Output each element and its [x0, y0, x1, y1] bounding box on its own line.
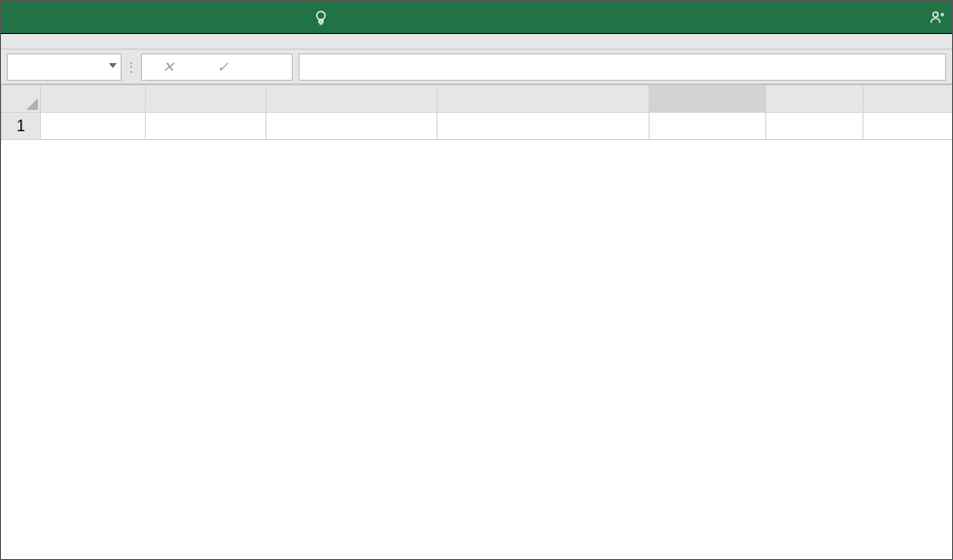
col-header-B[interactable] — [146, 86, 266, 113]
menu-dev[interactable] — [246, 1, 273, 34]
col-header-G[interactable] — [864, 86, 953, 113]
menu-share-tab[interactable] — [192, 1, 219, 34]
cell[interactable] — [650, 113, 766, 140]
cell[interactable] — [266, 113, 438, 140]
menu-view[interactable] — [219, 1, 246, 34]
menu-home[interactable] — [28, 1, 55, 34]
chevron-down-icon — [109, 63, 117, 68]
col-header-D[interactable] — [438, 86, 650, 113]
svg-point-0 — [317, 11, 325, 18]
menu-insert[interactable] — [55, 1, 83, 34]
cell[interactable] — [146, 113, 266, 140]
menu-formula[interactable] — [110, 1, 137, 34]
person-icon — [930, 10, 945, 25]
cell[interactable] — [766, 113, 864, 140]
column-header-row — [2, 86, 953, 113]
formula-controls: ✕ ✓ — [141, 53, 293, 81]
col-header-E[interactable] — [650, 86, 766, 113]
menu-help[interactable] — [273, 1, 300, 34]
menu-review[interactable] — [164, 1, 192, 34]
formula-bar: ✕ ✓ — [1, 50, 952, 85]
table-row: 1 — [2, 113, 953, 140]
lightbulb-icon — [314, 10, 328, 25]
spreadsheet-grid[interactable]: 1 — [1, 85, 952, 140]
accept-icon[interactable]: ✓ — [217, 58, 229, 76]
menu-file[interactable] — [1, 1, 28, 34]
menu-page-layout[interactable] — [83, 1, 110, 34]
row-header[interactable]: 1 — [2, 113, 41, 140]
menu-tellme[interactable] — [300, 1, 346, 34]
select-all-corner[interactable] — [2, 86, 41, 113]
share-button[interactable] — [928, 10, 952, 25]
cell[interactable] — [41, 113, 146, 140]
col-header-A[interactable] — [41, 86, 146, 113]
col-header-F[interactable] — [766, 86, 864, 113]
svg-point-1 — [933, 12, 937, 17]
cell[interactable] — [864, 113, 953, 140]
cancel-icon[interactable]: ✕ — [162, 58, 175, 76]
formula-input[interactable] — [299, 53, 946, 81]
toolbar-row — [1, 34, 952, 50]
cell[interactable] — [438, 113, 650, 140]
divider-icon — [127, 55, 135, 79]
ribbon-menu — [1, 1, 952, 34]
name-box[interactable] — [7, 53, 122, 81]
menu-data[interactable] — [137, 1, 164, 34]
col-header-C[interactable] — [266, 86, 438, 113]
